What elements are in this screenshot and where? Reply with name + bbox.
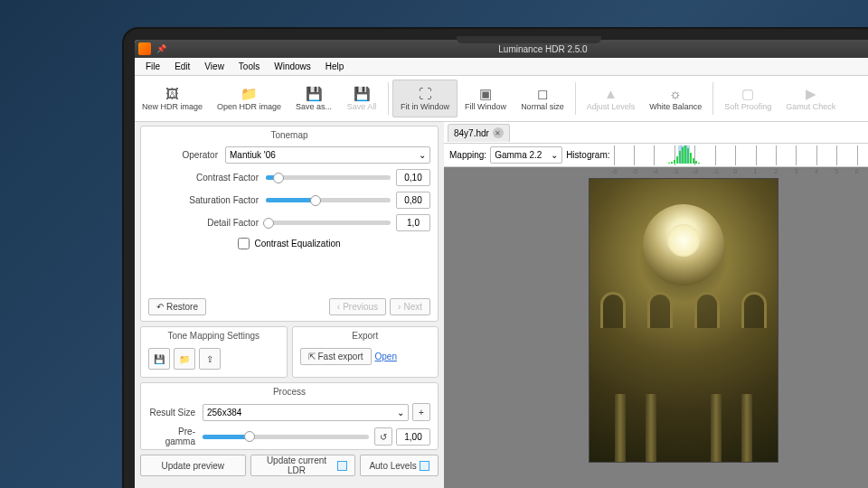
toolbar-white-balance[interactable]: ☼White Balance: [642, 80, 709, 117]
toolbar-soft-proofing: ▢Soft Proofing: [717, 80, 778, 117]
chevron-down-icon: ⌄: [397, 408, 404, 418]
pregamma-label: Pre-gamma: [148, 427, 203, 446]
result-size-label: Result Size: [148, 408, 203, 418]
contrast-label: Contrast Factor: [148, 173, 266, 183]
export-panel: Export ⇱ Fast export Open: [292, 326, 439, 378]
pregamma-value[interactable]: 1,00: [396, 428, 430, 446]
toolbar-normal-size[interactable]: ◻Normal size: [514, 80, 571, 117]
toolbar-save-all: 💾Save All: [339, 80, 384, 117]
tms-export-button[interactable]: ⇪: [199, 348, 221, 370]
process-title: Process: [141, 383, 438, 400]
tms-open-button[interactable]: 📁: [174, 348, 195, 370]
add-size-button[interactable]: +: [412, 403, 430, 421]
hdr-image: [589, 178, 778, 463]
laptop-frame: 📌 Luminance HDR 2.5.0 File Edit View Too…: [122, 27, 868, 488]
contrast-eq-label: Contrast Equalization: [254, 239, 340, 249]
menu-windows[interactable]: Windows: [267, 61, 318, 71]
contrast-slider[interactable]: [266, 175, 391, 180]
detail-label: Detail Factor: [148, 218, 266, 228]
operator-label: Operator: [148, 150, 225, 160]
histogram-label: Histogram:: [566, 150, 609, 160]
image-canvas[interactable]: [444, 167, 868, 488]
process-panel: Process Result Size 256x384 ⌄ + Pre-gamm…: [140, 382, 439, 450]
toolbar-open-hdr-image[interactable]: 📁Open HDR image: [210, 80, 288, 117]
mapping-row: Mapping: Gamma 2.2 ⌄ Histogram: -6-5-4-3…: [444, 144, 868, 167]
fast-export-button[interactable]: ⇱ Fast export: [300, 348, 372, 365]
app-icon: [138, 42, 151, 55]
next-button[interactable]: › Next: [390, 298, 430, 315]
left-panel: Tonemap Operator Mantiuk '06 ⌄ Contrast …: [135, 122, 444, 488]
detail-value[interactable]: 1,0: [396, 214, 430, 231]
content: Tonemap Operator Mantiuk '06 ⌄ Contrast …: [135, 122, 868, 488]
tms-title: Tone Mapping Settings: [141, 327, 287, 344]
chevron-down-icon: ⌄: [551, 150, 558, 160]
tms-panel: Tone Mapping Settings 💾 📁 ⇪: [140, 326, 288, 378]
pin-icon[interactable]: 📌: [156, 44, 166, 53]
saturation-value[interactable]: 0,80: [396, 192, 430, 209]
menubar: File Edit View Tools Windows Help: [135, 58, 868, 76]
previous-button[interactable]: ‹ Previous: [329, 298, 386, 315]
operator-select[interactable]: Mantiuk '06 ⌄: [225, 146, 430, 164]
right-area: 84y7.hdr ✕ Mapping: Gamma 2.2 ⌄ Histogra…: [444, 122, 868, 488]
menu-help[interactable]: Help: [318, 61, 352, 71]
tonemap-title: Tonemap: [141, 127, 438, 144]
open-link[interactable]: Open: [375, 352, 397, 361]
menu-file[interactable]: File: [138, 61, 167, 71]
toolbar: 🖼New HDR image📁Open HDR image💾Save as...…: [135, 76, 868, 122]
toolbar-gamut-check: ▶Gamut Check: [778, 80, 843, 117]
file-tabs: 84y7.hdr ✕: [444, 122, 868, 144]
update-ldr-button[interactable]: Update current LDR: [250, 455, 356, 476]
result-size-select[interactable]: 256x384 ⌄: [203, 404, 409, 421]
saturation-label: Saturation Factor: [148, 195, 266, 205]
pregamma-reset-button[interactable]: ↺: [374, 427, 392, 446]
auto-levels-button[interactable]: Auto Levels: [360, 455, 439, 476]
toolbar-save-as-[interactable]: 💾Save as...: [288, 80, 339, 117]
saturation-slider[interactable]: [266, 198, 391, 202]
file-tab[interactable]: 84y7.hdr ✕: [448, 124, 510, 142]
file-tab-label: 84y7.hdr: [454, 128, 489, 138]
menu-tools[interactable]: Tools: [231, 61, 267, 71]
tonemap-panel: Tonemap Operator Mantiuk '06 ⌄ Contrast …: [140, 126, 439, 322]
toolbar-new-hdr-image[interactable]: 🖼New HDR image: [135, 80, 210, 117]
export-title: Export: [293, 327, 439, 344]
toolbar-adjust-levels: ▲Adjust Levels: [580, 80, 643, 117]
contrast-value[interactable]: 0,10: [396, 169, 430, 186]
chevron-down-icon: ⌄: [419, 150, 426, 160]
mapping-select[interactable]: Gamma 2.2 ⌄: [490, 146, 562, 164]
tms-save-button[interactable]: 💾: [148, 348, 170, 370]
detail-slider[interactable]: [266, 221, 391, 225]
app-window: 📌 Luminance HDR 2.5.0 File Edit View Too…: [135, 40, 868, 488]
histogram[interactable]: -6-5-4-3-2-1012345678: [614, 145, 869, 165]
toolbar-fit-in-window[interactable]: ⛶Fit in Window: [392, 80, 458, 117]
update-preview-button[interactable]: Update preview: [140, 455, 246, 476]
menu-edit[interactable]: Edit: [167, 61, 197, 71]
menu-view[interactable]: View: [197, 61, 231, 71]
close-icon[interactable]: ✕: [493, 127, 504, 138]
notch: [457, 36, 601, 43]
restore-button[interactable]: ↶ Restore: [148, 298, 206, 315]
toolbar-fill-window[interactable]: ▣Fill Window: [458, 80, 514, 117]
window-title: Luminance HDR 2.5.0: [166, 44, 868, 54]
mapping-label: Mapping:: [449, 150, 486, 160]
contrast-eq-checkbox[interactable]: [238, 238, 250, 249]
pregamma-slider[interactable]: [203, 435, 369, 439]
